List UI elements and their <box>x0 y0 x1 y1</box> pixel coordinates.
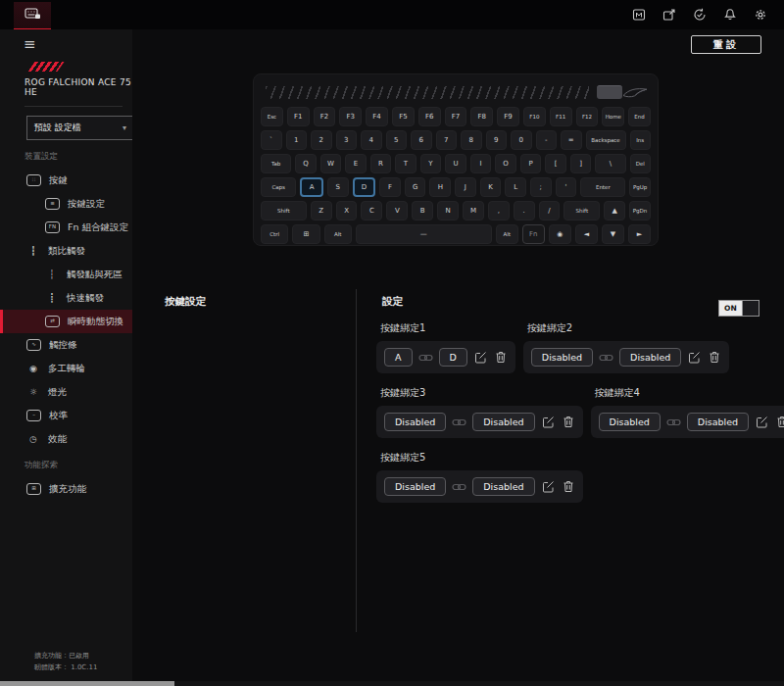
key-f3[interactable]: F3 <box>339 107 362 126</box>
sidebar-item[interactable]: ⊞擴充功能 <box>0 477 132 501</box>
key-r[interactable]: R <box>370 154 392 173</box>
sidebar-item[interactable]: ∿觸控條 <box>0 333 132 357</box>
sidebar-item[interactable]: ┇類比觸發 <box>0 239 132 263</box>
key-caps[interactable]: Caps <box>261 177 296 197</box>
key-e[interactable]: E <box>345 154 367 173</box>
key-f5[interactable]: F5 <box>392 107 415 126</box>
edit-icon[interactable] <box>541 416 556 428</box>
key-3[interactable]: 3 <box>336 130 358 150</box>
sidebar-item[interactable]: ┆觸發點與死區 <box>0 263 132 286</box>
key-8[interactable]: 8 <box>461 130 482 150</box>
key-2[interactable]: 2 <box>311 130 332 150</box>
key-ins[interactable]: Ins <box>630 130 652 150</box>
binding-key-left[interactable]: A <box>384 348 413 367</box>
key-semicolon[interactable]: ; <box>530 177 552 197</box>
key-f2[interactable]: F2 <box>314 107 336 126</box>
key-f10[interactable]: F10 <box>523 107 546 126</box>
key-arrow-up[interactable]: ▲ <box>604 201 625 220</box>
key-s[interactable]: S <box>327 177 349 197</box>
key-pgdn[interactable]: PgDn <box>629 201 651 220</box>
key-4[interactable]: 4 <box>361 130 382 150</box>
key-pgup[interactable]: PgUp <box>629 177 651 197</box>
key-5[interactable]: 5 <box>386 130 408 150</box>
key-k[interactable]: K <box>480 177 502 197</box>
key-rog[interactable]: ◉ <box>549 224 571 244</box>
key-arrow-left[interactable]: ◄ <box>575 224 598 244</box>
key-y[interactable]: Y <box>420 154 442 173</box>
key-period[interactable]: . <box>514 201 535 220</box>
binding-key-right[interactable]: Disabled <box>472 477 534 496</box>
key-esc[interactable]: Esc <box>261 107 283 126</box>
key-1[interactable]: 1 <box>286 130 308 150</box>
key-tab[interactable]: Tab <box>261 154 291 173</box>
key-enter[interactable]: Enter <box>580 177 625 197</box>
key-d[interactable]: D <box>353 177 376 197</box>
key-ctrl[interactable]: Ctrl <box>261 224 288 244</box>
key-backspace[interactable]: Backspace <box>586 130 626 150</box>
trash-icon[interactable] <box>494 351 508 364</box>
reset-button[interactable]: 重設 <box>691 35 761 54</box>
key-w[interactable]: W <box>320 154 342 173</box>
trash-icon[interactable] <box>708 351 721 364</box>
key-q[interactable]: Q <box>295 154 317 173</box>
key-arrow-down[interactable]: ▼ <box>602 224 624 244</box>
trash-icon[interactable] <box>775 416 784 428</box>
key-grave[interactable]: ` <box>261 130 282 150</box>
key-h[interactable]: H <box>429 177 451 197</box>
key-shift[interactable]: Shift <box>261 201 307 220</box>
key-f1[interactable]: F1 <box>287 107 310 126</box>
gear-icon[interactable] <box>753 7 768 23</box>
key-shift-right[interactable]: Shift <box>564 201 600 220</box>
key-z[interactable]: Z <box>311 201 332 220</box>
sync-icon[interactable] <box>692 7 708 23</box>
key-f9[interactable]: F9 <box>497 107 519 126</box>
key-f[interactable]: F <box>379 177 401 197</box>
key-x[interactable]: X <box>336 201 358 220</box>
sidebar-item[interactable]: –校準 <box>0 404 132 427</box>
trash-icon[interactable] <box>562 480 575 493</box>
edit-icon[interactable] <box>755 416 769 428</box>
key-end[interactable]: End <box>628 107 651 126</box>
key-c[interactable]: C <box>361 201 382 220</box>
key-b[interactable]: B <box>412 201 433 220</box>
key-0[interactable]: 0 <box>511 130 532 150</box>
key-alt-right[interactable]: Alt <box>496 224 518 244</box>
binding-key-right[interactable]: Disabled <box>472 413 534 431</box>
key-n[interactable]: N <box>437 201 459 220</box>
menu-icon[interactable]: ≡ <box>24 37 41 52</box>
binding-key-left[interactable]: Disabled <box>384 477 446 496</box>
sidebar-item[interactable]: ≡按鍵設定 <box>0 192 132 216</box>
key-u[interactable]: U <box>445 154 466 173</box>
key-f8[interactable]: F8 <box>470 107 493 126</box>
key-f7[interactable]: F7 <box>445 107 467 126</box>
binding-key-left[interactable]: Disabled <box>384 413 446 431</box>
sidebar-item[interactable]: ◷效能 <box>0 427 132 451</box>
key-rbracket[interactable]: ] <box>570 154 592 173</box>
key-space[interactable]: — <box>356 224 492 244</box>
popout-icon[interactable] <box>662 7 677 23</box>
profile-select[interactable]: 預設 設定檔 ▾ <box>26 116 134 140</box>
sidebar-item[interactable]: FNFn 組合鍵設定 <box>0 216 132 239</box>
key-home[interactable]: Home <box>602 107 624 126</box>
key-p[interactable]: P <box>520 154 542 173</box>
key-t[interactable]: T <box>395 154 416 173</box>
sidebar-item[interactable]: ◉多工轉輪 <box>0 357 132 380</box>
sidebar-item[interactable]: ⇄瞬時動態切換 <box>0 310 132 333</box>
key-f6[interactable]: F6 <box>418 107 441 126</box>
sidebar-item[interactable]: ☼燈光 <box>0 380 132 404</box>
key-f12[interactable]: F12 <box>576 107 599 126</box>
device-tab[interactable] <box>14 2 51 31</box>
key-7[interactable]: 7 <box>436 130 458 150</box>
key-alt[interactable]: Alt <box>324 224 352 244</box>
key-g[interactable]: G <box>405 177 426 197</box>
key-arrow-right[interactable]: ► <box>628 224 651 244</box>
settings-on-toggle[interactable]: ON <box>718 300 760 317</box>
key-slash[interactable]: / <box>539 201 561 220</box>
key-fn[interactable]: Fn <box>522 224 545 244</box>
key-backslash[interactable]: \ <box>595 154 625 173</box>
binding-key-right[interactable]: Disabled <box>687 413 749 431</box>
edit-icon[interactable] <box>473 351 488 364</box>
key-lbracket[interactable]: [ <box>545 154 566 173</box>
sidebar-item[interactable]: ┋快速觸發 <box>0 286 132 310</box>
key-win[interactable]: ⊞ <box>292 224 319 244</box>
